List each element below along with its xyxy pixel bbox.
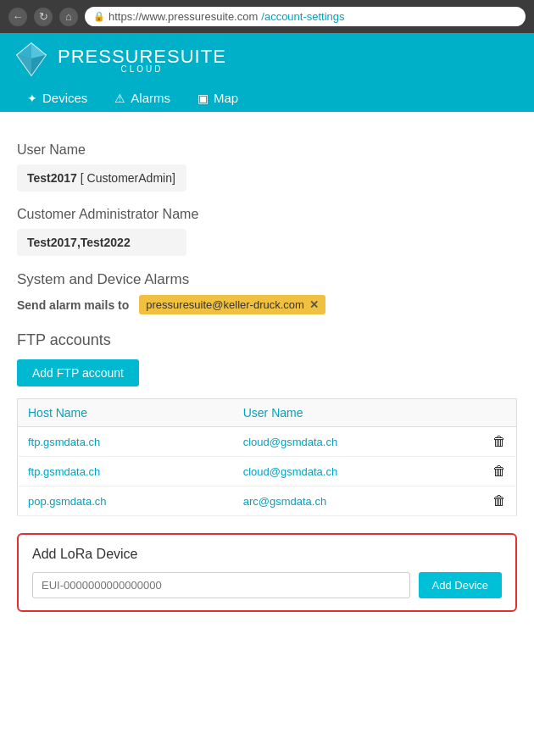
browser-chrome: ← ↻ ⌂ 🔒 https://www.pressuresuite.com /a…: [0, 0, 534, 33]
url-path: /account-settings: [261, 10, 344, 23]
logo-text-area: PRESSURESUITE CLOUD: [58, 46, 226, 74]
ftp-delete-cell[interactable]: 🗑: [482, 486, 517, 516]
logo-area: PRESSURESUITE CLOUD: [14, 42, 520, 84]
alarm-row: Send alarm mails to pressuresuite@keller…: [17, 295, 517, 314]
lora-row: Add Device: [32, 572, 502, 598]
refresh-icon: ↻: [39, 10, 48, 23]
nav-label-alarms: Alarms: [131, 91, 170, 105]
delete-row-icon[interactable]: 🗑: [492, 434, 506, 448]
user-name-value: Test2017 [ CustomerAdmin]: [17, 164, 186, 192]
back-icon: ←: [13, 10, 24, 23]
svg-marker-4: [17, 55, 31, 75]
nav-item-alarms[interactable]: ⚠ Alarms: [101, 84, 184, 112]
nav-label-devices: Devices: [42, 91, 87, 105]
nav-item-devices[interactable]: ✦ Devices: [14, 84, 101, 112]
lora-title: Add LoRa Device: [32, 547, 502, 562]
ftp-user-cell: arc@gsmdata.ch: [233, 486, 482, 516]
add-device-button[interactable]: Add Device: [419, 572, 502, 598]
home-icon: ⌂: [65, 10, 72, 23]
ftp-delete-cell[interactable]: 🗑: [482, 427, 517, 457]
ftp-user-cell: cloud@gsmdata.ch: [233, 457, 482, 486]
home-button[interactable]: ⌂: [59, 8, 78, 26]
table-row: ftp.gsmdata.ch cloud@gsmdata.ch 🗑: [18, 457, 517, 486]
table-row: pop.gsmdata.ch arc@gsmdata.ch 🗑: [18, 486, 517, 516]
ftp-col-host: Host Name: [18, 399, 233, 427]
customer-admin-label: Customer Administrator Name: [17, 207, 517, 222]
logo-diamond-icon: [14, 42, 49, 77]
ftp-host-cell: ftp.gsmdata.ch: [18, 457, 233, 486]
ftp-user-cell: cloud@gsmdata.ch: [233, 427, 482, 457]
lora-eui-input[interactable]: [32, 572, 410, 598]
ftp-host-cell: pop.gsmdata.ch: [18, 486, 233, 516]
nav-label-map: Map: [214, 91, 238, 105]
user-role-tag: [ CustomerAdmin]: [81, 171, 175, 185]
user-name-label: User Name: [17, 142, 517, 158]
remove-email-button[interactable]: ✕: [309, 298, 319, 311]
send-alarm-label: Send alarm mails to: [17, 298, 129, 312]
lora-box: Add LoRa Device Add Device: [17, 533, 517, 612]
refresh-button[interactable]: ↻: [34, 8, 53, 26]
add-ftp-button[interactable]: Add FTP account: [17, 359, 139, 386]
ftp-section-title: FTP accounts: [17, 331, 517, 349]
ftp-delete-cell[interactable]: 🗑: [482, 457, 517, 486]
alarms-icon: ⚠: [114, 92, 125, 105]
svg-marker-3: [31, 55, 46, 75]
delete-row-icon[interactable]: 🗑: [492, 493, 506, 508]
app-header: PRESSURESUITE CLOUD ✦ Devices ⚠ Alarms ▣…: [0, 33, 534, 112]
table-row: ftp.gsmdata.ch cloud@gsmdata.ch 🗑: [18, 427, 517, 457]
ftp-section: FTP accounts Add FTP account Host Name U…: [17, 331, 517, 516]
system-alarms-label: System and Device Alarms: [17, 271, 517, 288]
address-bar[interactable]: 🔒 https://www.pressuresuite.com /account…: [85, 7, 526, 26]
nav-bar: ✦ Devices ⚠ Alarms ▣ Map: [14, 84, 520, 112]
alarm-email-text: pressuresuite@keller-druck.com: [146, 298, 304, 311]
alarm-email-tag: pressuresuite@keller-druck.com ✕: [139, 295, 325, 314]
delete-row-icon[interactable]: 🗑: [492, 464, 506, 478]
ftp-col-actions: [482, 399, 517, 427]
map-icon: ▣: [197, 92, 209, 105]
lock-icon: 🔒: [93, 11, 105, 22]
url-base: https://www.pressuresuite.com: [108, 10, 258, 23]
ftp-table: Host Name User Name ftp.gsmdata.ch cloud…: [17, 398, 517, 516]
devices-icon: ✦: [27, 92, 37, 105]
ftp-host-cell: ftp.gsmdata.ch: [18, 427, 233, 457]
nav-item-map[interactable]: ▣ Map: [184, 84, 252, 112]
ftp-col-user: User Name: [233, 399, 482, 427]
customer-admin-value: Test2017,Test2022: [17, 229, 186, 256]
page-content: User Name Test2017 [ CustomerAdmin] Cust…: [0, 112, 534, 629]
back-button[interactable]: ←: [8, 8, 27, 26]
